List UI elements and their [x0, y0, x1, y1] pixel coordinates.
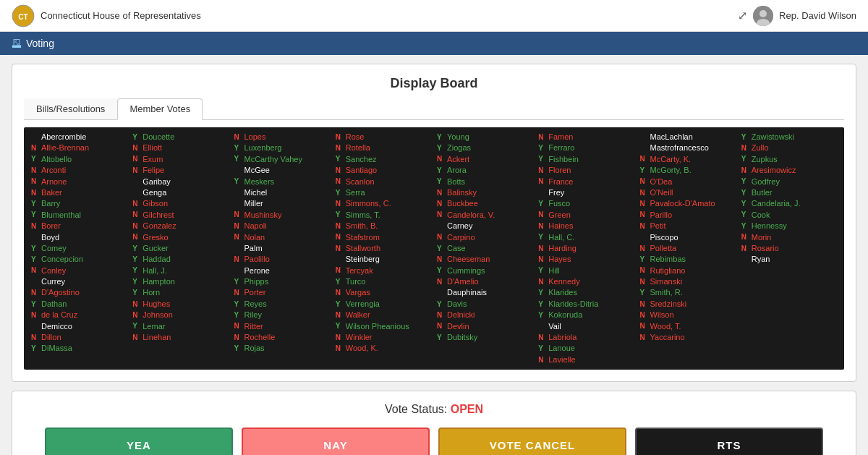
vote-entry: NNapoli [234, 221, 330, 231]
vote-entry: YDiMassa [31, 343, 127, 354]
vote-entry: Genga [132, 187, 228, 198]
vote-letter: Y [234, 177, 243, 187]
vote-name: Candelora, V. [447, 210, 495, 221]
vote-name: Cook [752, 210, 770, 221]
vote-letter: N [31, 166, 40, 176]
vote-name: Smith, B. [346, 221, 378, 231]
vote-letter: Y [437, 177, 446, 187]
vote-entry: YZiogas [437, 143, 532, 153]
vote-name: Boyd [41, 232, 59, 243]
vote-name: Klarides [548, 287, 577, 298]
vote-name: Botts [447, 177, 465, 187]
vote-name: Young [447, 132, 469, 143]
vote-col-3: NRoseNRotellaYSanchezNSantiagoNScanlonYS… [333, 132, 434, 365]
vote-entry: NWinkler [336, 332, 431, 343]
vote-entry: Miller [234, 198, 330, 209]
vote-entry: NWood, K. [336, 343, 431, 354]
vote-letter: N [31, 188, 40, 198]
vote-name: Dauphinais [447, 287, 487, 298]
vote-entry: NDelnicki [437, 310, 532, 320]
vote-name: Blumenthal [41, 210, 81, 221]
vote-letter: Y [336, 210, 344, 220]
vote-letter: N [437, 188, 446, 198]
svg-point-3 [760, 10, 767, 17]
vote-letter: Y [538, 344, 547, 354]
vote-name: Smith, R. [650, 287, 683, 298]
vote-letter: N [31, 143, 40, 153]
vote-name: Mushinsky [244, 210, 282, 221]
vote-entry: YCandelaria, J. [741, 198, 837, 209]
nay-button[interactable]: NAY [242, 428, 430, 455]
vote-letter: Y [437, 265, 446, 276]
vote-entry: NPetit [640, 221, 736, 231]
vote-name: Labriola [548, 332, 576, 343]
vote-entry: NBaker [31, 187, 127, 198]
vote-entry: NAckert [437, 154, 532, 165]
expand-icon[interactable]: ⤢ [738, 9, 747, 22]
vote-name: Petit [650, 221, 666, 231]
tab-member-votes[interactable]: Member Votes [117, 98, 203, 120]
vote-letter: Y [132, 132, 141, 143]
vote-name: Yaccarino [650, 332, 685, 343]
vote-name: Horn [142, 287, 160, 298]
vote-letter: N [234, 255, 243, 265]
vote-entry: NKennedy [538, 276, 634, 287]
vote-letter: N [640, 210, 649, 220]
vote-letter: Y [132, 277, 141, 287]
vote-name: Elliott [142, 143, 162, 153]
vote-entry: NSimanski [640, 276, 736, 287]
vote-entry: NWood, T. [640, 321, 736, 332]
vote-name: Hampton [142, 276, 175, 287]
yea-button[interactable]: YEA [45, 428, 233, 455]
vote-name: McGee [244, 165, 270, 176]
vote-letter: Y [132, 244, 141, 254]
vote-name: Zawistowski [752, 132, 794, 143]
vote-name: Winkler [346, 332, 373, 343]
vote-name: Haddad [142, 254, 171, 265]
vote-entry: NDevlin [437, 321, 532, 332]
vote-entry: McGee [234, 165, 330, 176]
vote-letter: N [640, 221, 649, 231]
vote-entry: YLemar [132, 321, 228, 332]
vote-letter: N [31, 333, 40, 343]
vote-name: Carpino [447, 232, 475, 243]
vote-entry: Nde la Cruz [31, 310, 127, 320]
vote-name: D'Agostino [41, 287, 80, 298]
vote-entry: NRutigliano [640, 265, 736, 276]
vote-letter: N [31, 177, 40, 187]
vote-name: Gresko [142, 232, 168, 243]
vote-name: Tercyak [346, 265, 373, 276]
vote-letter: N [437, 199, 446, 209]
vote-name: Rojas [244, 343, 265, 354]
vote-letter: N [640, 333, 649, 343]
vote-letter: N [132, 299, 141, 310]
vote-entry: YZupkus [741, 154, 837, 165]
tab-bills-resolutions[interactable]: Bills/Resolutions [24, 98, 117, 119]
vote-entry: YHill [538, 265, 634, 276]
vote-name: Hall, C. [548, 232, 574, 243]
nav-right: ⤢ Rep. David Wilson [738, 6, 856, 26]
vote-name: Meskers [244, 177, 275, 187]
vote-entry: NScanlon [336, 177, 431, 187]
vote-entry: YHennessy [741, 221, 837, 231]
vote-cancel-button[interactable]: VOTE CANCEL [438, 428, 626, 455]
vote-name: McCarty, K. [650, 154, 692, 165]
vote-entry: YCase [437, 243, 532, 254]
vote-entry: Dauphinais [437, 287, 532, 298]
rts-button[interactable]: RTS [635, 428, 823, 455]
vote-letter: Y [437, 143, 446, 153]
vote-name: Rose [346, 132, 365, 143]
vote-entry: Carney [437, 221, 532, 231]
vote-letter: N [640, 299, 649, 310]
vote-entry: NArconti [31, 165, 127, 176]
vote-entry: YSerra [336, 187, 431, 198]
vote-name: Ritter [244, 321, 263, 332]
vote-name: Godfrey [752, 177, 780, 187]
vote-name: Ferraro [548, 143, 574, 153]
vote-name: Garibay [142, 177, 171, 187]
vote-letter: N [437, 310, 446, 320]
vote-entry: NMorin [741, 232, 837, 243]
vote-letter: N [336, 244, 344, 254]
vote-name: Luxenberg [244, 143, 282, 153]
vote-name: Pavalock-D'Amato [650, 198, 715, 209]
